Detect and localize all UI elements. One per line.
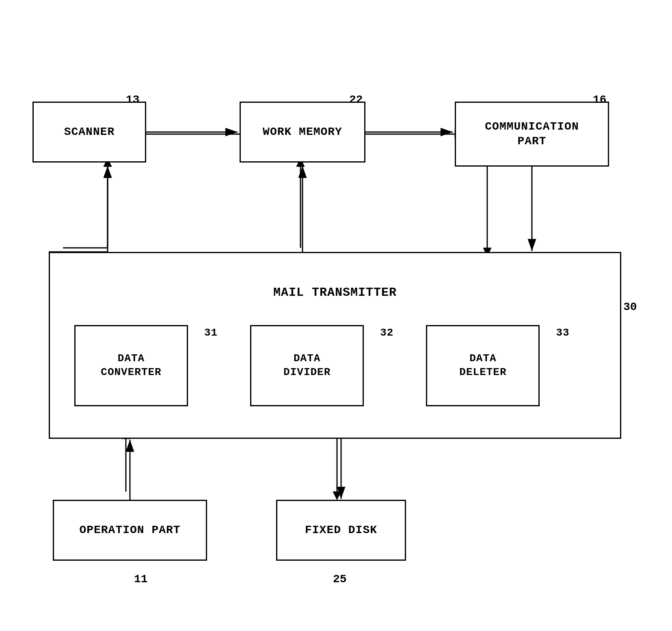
data-divider-number: 32: [380, 326, 393, 340]
data-deleter-box: DATA DELETER: [426, 325, 540, 406]
mail-transmitter-number: 30: [623, 301, 637, 313]
data-converter-label: DATA CONVERTER: [101, 352, 161, 379]
fixed-disk-box: FIXED DISK: [276, 500, 406, 561]
communication-part-number: 16: [593, 93, 607, 106]
data-deleter-number: 33: [556, 326, 569, 340]
work-memory-number: 22: [349, 93, 363, 106]
scanner-number: 13: [126, 93, 140, 106]
scanner-label: SCANNER: [64, 125, 115, 139]
fixed-disk-number: 25: [333, 573, 347, 585]
scanner-box: SCANNER: [32, 102, 146, 163]
data-deleter-label: DATA DELETER: [459, 352, 506, 379]
mail-transmitter-box: MAIL TRANSMITTER DATA CONVERTER 31 DATA …: [49, 252, 621, 439]
diagram: SCANNER 13 WORK MEMORY 22 COMMUNICATION …: [0, 0, 672, 631]
data-converter-box: DATA CONVERTER: [74, 325, 188, 406]
data-converter-number: 31: [204, 326, 218, 340]
svg-marker-15: [333, 492, 341, 500]
mail-transmitter-label: MAIL TRANSMITTER: [50, 285, 620, 301]
operation-part-number: 11: [134, 573, 148, 585]
work-memory-box: WORK MEMORY: [240, 102, 365, 163]
data-divider-box: DATA DIVIDER: [250, 325, 364, 406]
communication-part-label: COMMUNICATION PART: [485, 119, 579, 149]
data-divider-label: DATA DIVIDER: [283, 352, 331, 379]
work-memory-label: WORK MEMORY: [263, 125, 342, 139]
operation-part-label: OPERATION PART: [79, 523, 180, 538]
operation-part-box: OPERATION PART: [53, 500, 207, 561]
communication-part-box: COMMUNICATION PART: [455, 102, 609, 167]
fixed-disk-label: FIXED DISK: [305, 523, 377, 538]
